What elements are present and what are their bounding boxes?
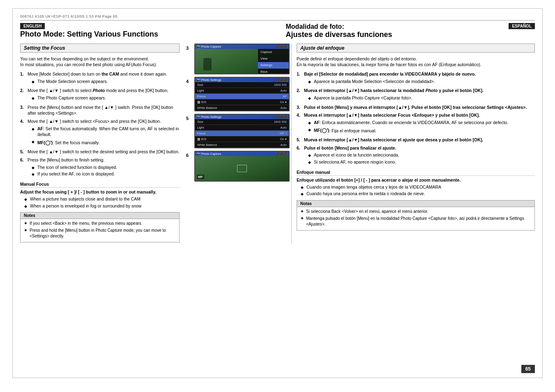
step-es-5: 5. Mueva el interruptor [▲/▼] hasta sele…: [297, 137, 535, 143]
manual-focus-bullets-en: ◆When a picture has subjects close and d…: [20, 196, 180, 209]
col-right-spanish: Ajuste del enfoque Puede definir el enfo…: [291, 44, 535, 244]
manual-focus-desc-en: Adjust the focus using [ + ]/ [ - ] butt…: [20, 189, 180, 194]
manual-focus-bullets-es: ◆Cuando una imagen tenga objetos cerca y…: [297, 184, 535, 197]
page-badge: 65: [521, 366, 535, 372]
lang-badge-en: ENGLISH: [20, 23, 45, 29]
manual-focus-desc-es: Enfoque utilizando el botón [+] / [ - ] …: [297, 178, 535, 182]
title-left: ENGLISH Photo Mode: Setting Various Func…: [20, 23, 278, 39]
step-es-2: 2. Mueva el interruptor [▲/▼] hasta sele…: [297, 88, 535, 102]
doc-info-text: 00876J X105 UK+ESP-071 6/10/05 1:53 PM P…: [20, 14, 117, 18]
step-en-1: 1. Move [Mode Selector] down to turn on …: [20, 71, 180, 85]
step-en-4: 4. Move the [ ▲/▼ ] switch to select <Fo…: [20, 118, 180, 147]
steps-list-es: 1. Baje el [Selector de modalidad] para …: [297, 71, 535, 166]
intro-text-en: You can set the focus depending on the s…: [20, 56, 180, 68]
steps-list-en: 1. Move [Mode Selector] down to turn on …: [20, 71, 180, 178]
notes-title-en: Notes: [21, 212, 179, 219]
screen-step-6: 6 📷 Photo Capture ⬛⬛⬛ MF: [194, 151, 290, 182]
main-title-es: Ajustes de diversas funciones: [286, 30, 392, 39]
title-es-sub: Modalidad de foto:: [286, 23, 392, 30]
screen-step-4: 4 📷 Photo Settings ⬛⬛⬛ Size1600 500 Ligh…: [194, 77, 290, 111]
notes-box-es: Notas ✦Si selecciona Back <Volver> en el…: [297, 200, 535, 231]
section-header-en: Setting the Focus: [20, 44, 180, 53]
main-title-en: Photo Mode: Setting Various Functions: [20, 30, 269, 39]
notes-title-es: Notas: [297, 201, 534, 207]
main-layout: Setting the Focus You can set the focus …: [20, 44, 535, 244]
section-header-es: Ajuste del enfoque: [297, 44, 535, 53]
intro-text-es: Puede definir el enfoque dependiendo del…: [297, 56, 535, 68]
step-es-3: 3. Pulse el botón [Menu] y mueva el inte…: [297, 104, 535, 111]
doc-header: 00876J X105 UK+ESP-071 6/10/05 1:53 PM P…: [20, 14, 535, 21]
lang-badge-es: ESPAÑOL: [509, 23, 535, 29]
step-es-6: 6. Pulse el botón [Menu] para finalizar …: [297, 145, 535, 166]
title-right: Modalidad de foto: Ajustes de diversas f…: [278, 23, 535, 39]
col-center-screens: 3 📷 Photo Capture ⬛⬛⬛ Capture: [184, 44, 291, 244]
page-container: 00876J X105 UK+ESP-071 6/10/05 1:53 PM P…: [12, 8, 543, 378]
step-en-2: 2. Move the [ ▲/▼ ] switch to select Pho…: [20, 88, 180, 102]
step-es-4: 4. Mueva el interruptor [▲/▼] hasta sele…: [297, 112, 535, 135]
step-en-5: 5. Move the [ ▲/▼ ] switch to select the…: [20, 149, 180, 155]
step-es-1: 1. Baje el [Selector de modalidad] para …: [297, 71, 535, 85]
step-en-6: 6. Press the [Menu] button to finish set…: [20, 157, 180, 178]
screen-step-5: 5 📷 Photo Settings ⬛⬛⬛ Size1600 500 Ligh…: [194, 114, 290, 148]
title-section: ENGLISH Photo Mode: Setting Various Func…: [20, 23, 535, 39]
step-en-3: 3. Press the [Menu] button and move the …: [20, 104, 180, 116]
manual-focus-title-en: Manual Focus: [20, 182, 180, 188]
notes-box-en: Notes ✦If you select <Back> in the menu,…: [20, 212, 180, 242]
col-left-english: Setting the Focus You can set the focus …: [20, 44, 184, 244]
manual-focus-title-es: Enfoque manual: [297, 170, 535, 176]
screen-step-3: 3 📷 Photo Capture ⬛⬛⬛ Capture: [194, 44, 290, 74]
